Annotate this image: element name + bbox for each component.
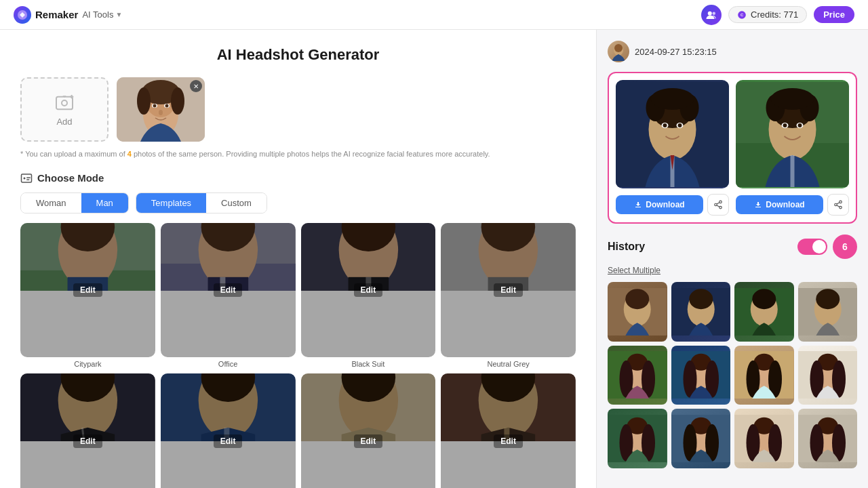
svg-point-72 — [719, 201, 722, 203]
list-item[interactable] — [671, 346, 731, 405]
page-title: AI Headshot Generator — [20, 46, 576, 64]
share-button-1[interactable] — [707, 194, 729, 216]
style-card-neutral-grey[interactable]: Edit — [441, 223, 576, 358]
svg-point-14 — [171, 87, 184, 115]
edit-button[interactable]: Edit — [214, 434, 243, 448]
style-group: Templates Custom — [136, 192, 267, 214]
style-card-deep-blue[interactable]: Edit — [161, 373, 296, 488]
list-item[interactable] — [798, 282, 858, 342]
choose-mode-label: Choose Mode — [20, 172, 576, 184]
edit-button[interactable]: Edit — [73, 283, 102, 297]
mode-toggle: Woman Man Templates Custom — [20, 192, 576, 214]
svg-point-90 — [840, 201, 842, 203]
list-item: Edit Business — [441, 373, 576, 488]
list-item[interactable] — [798, 409, 858, 468]
list-item[interactable] — [608, 409, 667, 468]
list-item[interactable] — [734, 346, 794, 405]
result-photo-2 — [736, 80, 849, 188]
download-row: Download — [608, 72, 857, 224]
edit-button[interactable]: Edit — [73, 434, 102, 448]
style-card-office[interactable]: Edit — [161, 223, 296, 358]
list-item[interactable] — [798, 346, 858, 405]
svg-point-18 — [165, 104, 169, 108]
edit-overlay: Edit — [301, 373, 436, 488]
download-button-1[interactable]: Download — [616, 195, 703, 214]
uploaded-photo[interactable]: ✕ — [117, 77, 205, 142]
list-item[interactable] — [608, 346, 667, 405]
logo-icon — [14, 6, 31, 24]
history-badge: 6 — [833, 235, 857, 259]
left-panel: AI Headshot Generator Add ✕ — [0, 30, 597, 488]
svg-point-1 — [708, 11, 712, 15]
style-templates-button[interactable]: Templates — [136, 193, 206, 213]
list-item[interactable] — [734, 282, 794, 342]
edit-button[interactable]: Edit — [354, 434, 383, 448]
style-card-neutral-tan[interactable]: Edit — [301, 373, 436, 488]
svg-rect-71 — [635, 207, 641, 207]
svg-point-69 — [678, 123, 682, 127]
price-button[interactable]: Price — [814, 6, 854, 23]
select-multiple-button[interactable]: Select Multiple — [608, 266, 857, 275]
svg-point-87 — [798, 123, 802, 127]
edit-button[interactable]: Edit — [214, 283, 243, 297]
result-photo-1 — [616, 80, 729, 188]
svg-point-86 — [783, 123, 787, 127]
list-item: Edit Black Suit — [301, 223, 436, 369]
svg-line-94 — [837, 203, 840, 204]
list-item[interactable] — [608, 282, 667, 342]
ai-tools-menu[interactable]: AI Tools ▼ — [82, 9, 122, 20]
svg-rect-22 — [26, 177, 31, 178]
svg-point-21 — [24, 177, 26, 179]
user-avatar[interactable] — [701, 5, 722, 25]
header-left: Remaker AI Tools ▼ — [14, 6, 122, 24]
history-count: 6 — [842, 241, 848, 252]
style-card-business[interactable]: Edit — [441, 373, 576, 488]
title-highlight: Headshot Generator — [236, 46, 380, 63]
edit-overlay: Edit — [441, 223, 576, 358]
edit-button[interactable]: Edit — [354, 283, 383, 297]
list-item: Edit Deep Blue — [161, 373, 296, 488]
upload-area: Add ✕ — [20, 77, 576, 142]
style-card-black-suit[interactable]: Edit — [301, 223, 436, 358]
style-card-citypark[interactable]: Edit — [20, 223, 155, 358]
add-photo-button[interactable]: Add — [20, 77, 108, 142]
share-button-2[interactable] — [827, 194, 849, 216]
history-title: History — [608, 241, 645, 253]
svg-point-83 — [771, 88, 814, 110]
history-grid — [608, 282, 857, 468]
list-item[interactable] — [671, 409, 731, 468]
svg-line-93 — [837, 205, 840, 207]
gender-woman-button[interactable]: Woman — [21, 193, 81, 213]
svg-point-59 — [614, 44, 623, 52]
list-item[interactable] — [734, 409, 794, 468]
remove-photo-button[interactable]: ✕ — [190, 80, 202, 92]
right-panel: 2024-09-27 15:23:15 — [597, 30, 868, 488]
list-item: Edit Citypark — [20, 223, 155, 369]
style-card-black-blazer[interactable]: Edit — [20, 373, 155, 488]
ai-tools-label: AI Tools — [82, 9, 113, 20]
svg-point-97 — [625, 289, 649, 309]
svg-point-68 — [663, 123, 667, 127]
svg-point-19 — [159, 110, 163, 115]
list-item: Edit Office — [161, 223, 296, 369]
style-custom-button[interactable]: Custom — [206, 193, 267, 213]
svg-point-74 — [719, 206, 722, 209]
gender-man-button[interactable]: Man — [81, 193, 128, 213]
history-toggle[interactable] — [797, 239, 827, 255]
edit-button[interactable]: Edit — [494, 283, 523, 297]
edit-overlay: Edit — [20, 223, 155, 358]
svg-point-91 — [835, 203, 837, 206]
svg-line-76 — [717, 203, 719, 204]
download-button-2[interactable]: Download — [736, 195, 823, 214]
credits-button[interactable]: C Credits: 771 — [728, 6, 807, 23]
list-item[interactable] — [671, 282, 731, 342]
svg-point-2 — [713, 12, 716, 15]
edit-button[interactable]: Edit — [494, 434, 523, 448]
svg-point-92 — [840, 206, 842, 209]
svg-point-65 — [651, 88, 694, 110]
style-label: Citypark — [20, 360, 155, 368]
chevron-down-icon: ▼ — [115, 11, 122, 18]
style-label: Office — [161, 360, 296, 368]
edit-overlay: Edit — [441, 373, 576, 488]
edit-overlay: Edit — [161, 373, 296, 488]
